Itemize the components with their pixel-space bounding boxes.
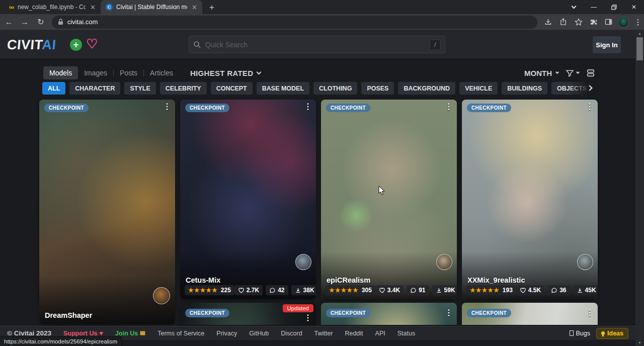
star-icons: ★★★★★ (470, 287, 500, 294)
card-menu-icon[interactable]: ⋮ (163, 103, 171, 111)
logo-text-civit: CIVIT (7, 37, 43, 52)
footer-link-support-us[interactable]: Support Us ♥ (63, 329, 103, 337)
side-panel-icon[interactable] (603, 16, 615, 28)
scroll-down-icon[interactable]: ▼ (635, 339, 644, 346)
downloads-pill: 45K (573, 285, 598, 295)
model-title: XXMix_9realistic (467, 276, 525, 284)
tab-images[interactable]: Images (78, 66, 113, 79)
creator-avatar[interactable] (295, 254, 311, 270)
footer-link-status[interactable]: Status (397, 330, 415, 337)
model-stats: ★★★★★ 305 3.4K 91 59K (326, 285, 452, 295)
status-url-bubble: https://civitai.com/models/25694/epicrea… (0, 336, 122, 346)
create-button[interactable]: + (70, 39, 82, 51)
likes-pill: 2.7K (234, 285, 263, 295)
restore-button[interactable] (604, 0, 624, 14)
footer-link-terms[interactable]: Terms of Service (157, 330, 204, 337)
search-box[interactable]: / (189, 36, 445, 53)
civitai-logo[interactable]: CIVITAI (7, 37, 57, 53)
chip-celebrity[interactable]: CELEBRITY (160, 82, 207, 95)
creator-avatar[interactable] (153, 287, 170, 304)
model-card-xxmix9realistic[interactable]: CHECKPOINT ⋮ XXMix_9realistic ★★★★★ 193 … (462, 100, 598, 299)
share-icon[interactable] (557, 16, 570, 28)
footer-link-twitter[interactable]: Twitter (314, 330, 333, 337)
browser-tab-colab[interactable]: ∞ new_colab_file.ipynb - Colaborat ✕ (4, 0, 101, 14)
browser-tab-civitai[interactable]: C Civitai | Stable Diffusion models, ✕ (101, 0, 202, 14)
back-button[interactable]: ← (2, 15, 16, 29)
bookmark-star-icon[interactable] (573, 16, 585, 28)
card-menu-icon[interactable]: ⋮ (445, 103, 453, 111)
footer-right: Bugs Ideas (570, 328, 628, 339)
tab-articles[interactable]: Articles (144, 66, 179, 79)
card-menu-icon[interactable]: ⋮ (304, 314, 312, 322)
checkpoint-badge: CHECKPOINT (185, 309, 229, 317)
browser-menu-icon[interactable]: ⋮ (632, 16, 644, 28)
content-nav: Models Images Posts Articles HIGHEST RAT… (43, 66, 261, 80)
chip-base-model[interactable]: BASE MODEL (257, 82, 309, 95)
lightbulb-icon (601, 331, 605, 335)
star-icons: ★★★★★ (188, 287, 218, 294)
chip-all[interactable]: ALL (42, 82, 65, 95)
tab-close-icon[interactable]: ✕ (89, 4, 97, 11)
tab-posts[interactable]: Posts (114, 66, 143, 79)
address-bar[interactable]: civitai.com (52, 16, 537, 29)
tab-search-icon[interactable] (564, 0, 584, 14)
page-scrollbar[interactable]: ▲ ▼ (635, 30, 644, 346)
new-tab-button[interactable]: + (205, 1, 218, 14)
minimize-button[interactable]: — (584, 0, 604, 14)
footer-link-reddit[interactable]: Reddit (345, 330, 363, 337)
comments-pill: 42 (266, 285, 288, 295)
footer-link-api[interactable]: API (375, 330, 385, 337)
chip-buildings[interactable]: BUILDINGS (502, 82, 547, 95)
ideas-button[interactable]: Ideas (596, 328, 628, 339)
tab-title: Civitai | Stable Diffusion models, (116, 4, 187, 11)
footer-link-privacy[interactable]: Privacy (216, 330, 237, 337)
tab-models[interactable]: Models (43, 66, 78, 79)
stat-group: 4.5K 36 45K (516, 285, 598, 295)
chip-concept[interactable]: CONCEPT (211, 82, 253, 95)
chip-character[interactable]: CHARACTER (69, 82, 120, 95)
scroll-up-icon[interactable]: ▲ (635, 30, 644, 37)
chip-poses[interactable]: POSES (361, 82, 394, 95)
filter-dropdown[interactable] (566, 69, 579, 77)
layout-toggle-icon[interactable] (586, 68, 595, 77)
favorites-heart-icon[interactable]: ♡ (86, 36, 98, 52)
download-icon[interactable] (542, 16, 554, 28)
browser-toolbar: ← → ↻ civitai.com ⋮ (0, 14, 644, 30)
model-card-partial[interactable]: Updated CHECKPOINT ⋮ (180, 303, 316, 325)
model-card-partial[interactable]: CHECKPOINT ⋮ (321, 303, 457, 325)
card-menu-icon[interactable]: ⋮ (304, 103, 312, 111)
period-dropdown[interactable]: MONTH (524, 69, 558, 77)
model-stats: ★★★★★ 193 4.5K 36 45K (466, 285, 593, 295)
card-menu-icon[interactable]: ⋮ (445, 309, 453, 317)
chip-style[interactable]: STYLE (124, 82, 155, 95)
footer-link-github[interactable]: GitHub (249, 330, 269, 337)
model-card-cetus-mix[interactable]: CHECKPOINT ⋮ Cetus-Mix ★★★★★ 225 2.7K 42… (180, 100, 316, 299)
model-card-epicrealism[interactable]: CHECKPOINT ⋮ epiCRealism ★★★★★ 305 3.4K … (321, 100, 457, 299)
chip-background[interactable]: BACKGROUND (398, 82, 455, 95)
bugs-button[interactable]: Bugs (570, 330, 591, 337)
chip-vehicle[interactable]: VEHICLE (459, 82, 498, 95)
downloads-pill: 59K (432, 285, 457, 295)
tab-close-icon[interactable]: ✕ (191, 4, 198, 11)
model-card-partial[interactable]: CHECKPOINT ⋮ (462, 303, 598, 325)
creator-avatar[interactable] (577, 254, 593, 270)
likes-count: 4.5K (528, 287, 541, 294)
nav-right-controls: MONTH (524, 66, 595, 80)
chips-scroll-right-button[interactable] (569, 80, 599, 96)
chip-clothing[interactable]: CLOTHING (313, 82, 357, 95)
profile-avatar[interactable] (618, 17, 629, 28)
sort-dropdown[interactable]: HIGHEST RATED (190, 69, 261, 77)
reload-button[interactable]: ↻ (34, 15, 48, 29)
footer-link-join-us[interactable]: Join Us (115, 330, 145, 337)
forward-button[interactable]: → (18, 15, 32, 29)
scrollbar-thumb[interactable] (636, 37, 643, 60)
sign-in-button[interactable]: Sign In (593, 36, 621, 53)
creator-avatar[interactable] (436, 254, 452, 270)
search-input[interactable] (205, 41, 426, 49)
extensions-icon[interactable] (588, 16, 600, 28)
close-window-button[interactable]: ✕ (624, 0, 644, 14)
card-menu-icon[interactable]: ⋮ (586, 309, 594, 317)
model-card-dreamshaper[interactable]: CHECKPOINT ⋮ DreamShaper (39, 100, 175, 324)
footer-link-discord[interactable]: Discord (281, 330, 302, 337)
card-menu-icon[interactable]: ⋮ (586, 103, 594, 111)
